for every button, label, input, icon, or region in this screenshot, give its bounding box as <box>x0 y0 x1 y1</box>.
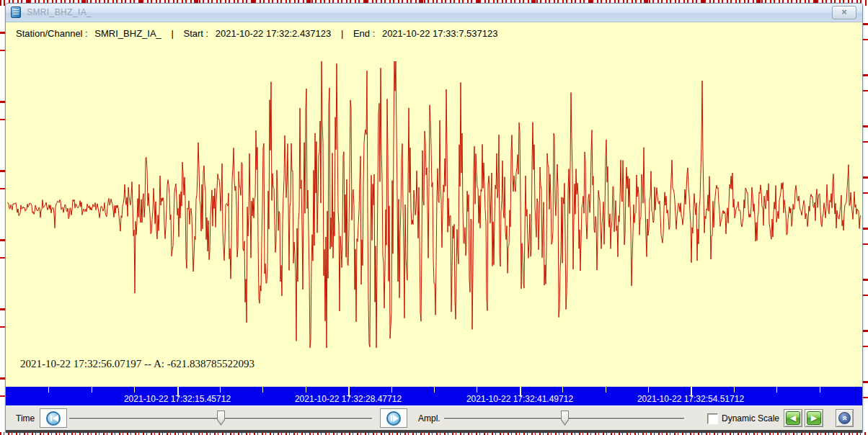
time-axis-label: 2021-10-22 17:32:41.49712 <box>466 394 573 404</box>
collapse-button[interactable]: « <box>836 409 854 427</box>
dynamic-scale-checkbox[interactable] <box>707 413 718 424</box>
time-axis-minor-tick <box>434 387 435 393</box>
page-left-button[interactable]: ◀ <box>784 409 802 427</box>
page-right-button[interactable]: ▶ <box>805 409 823 427</box>
station-channel-label: Station/Channel : <box>16 28 88 39</box>
time-axis-label: 2021-10-22 17:32:15.45712 <box>124 394 231 404</box>
seismogram-trace[interactable] <box>6 22 862 405</box>
ampl-slider-thumb[interactable] <box>561 411 569 426</box>
time-axis-minor-tick <box>391 387 392 393</box>
cursor-readout: 2021-10-22 17:32:56.07197 -- A: -621.838… <box>20 358 254 370</box>
title-bar[interactable]: SMRI_BHZ_IA_ × <box>6 4 862 22</box>
info-bar: Station/Channel : SMRI_BHZ_IA_ | Start :… <box>16 28 497 39</box>
close-button[interactable]: × <box>832 6 856 19</box>
time-axis-minor-tick <box>606 387 606 393</box>
divider: | <box>341 28 343 39</box>
plot-area[interactable]: Station/Channel : SMRI_BHZ_IA_ | Start :… <box>6 22 862 405</box>
step-back-icon <box>46 411 61 426</box>
end-label: End : <box>353 28 375 39</box>
time-axis-minor-tick <box>477 387 477 393</box>
time-axis-minor-tick <box>92 387 92 393</box>
time-axis-minor-tick <box>262 387 263 393</box>
time-step-back-button[interactable] <box>40 408 67 428</box>
time-axis-label: 2021-10-22 17:32:54.51712 <box>637 394 744 404</box>
close-icon: × <box>841 6 847 17</box>
time-axis-label: 2021-10-22 17:32:28.47712 <box>295 394 402 404</box>
window-title: SMRI_BHZ_IA_ <box>27 7 92 17</box>
document-lines-icon <box>11 6 21 18</box>
control-bar: Time Ampl. Dynamic Scale ◀ ▶ <box>6 405 862 430</box>
time-axis-minor-tick <box>306 387 306 393</box>
time-axis-minor-tick <box>48 387 49 393</box>
chevrons-up-icon: « <box>838 412 851 424</box>
time-slider-thumb[interactable] <box>217 411 225 426</box>
background-app-edge-right <box>862 6 868 435</box>
time-axis: 2021-10-22 17:32:15.457122021-10-22 17:3… <box>6 387 862 405</box>
end-value: 2021-10-22 17:33:7.537123 <box>382 28 497 39</box>
dynamic-scale-label: Dynamic Scale <box>722 413 779 423</box>
time-label: Time <box>16 413 35 423</box>
divider: | <box>171 28 173 39</box>
time-axis-minor-tick <box>648 387 649 393</box>
ampl-label: Ampl. <box>418 413 440 423</box>
arrow-left-icon: ◀ <box>786 411 800 425</box>
time-axis-minor-tick <box>776 387 777 393</box>
arrow-right-icon: ▶ <box>807 411 821 425</box>
waveform-path <box>7 61 861 348</box>
time-step-forward-button[interactable] <box>380 408 407 428</box>
time-slider[interactable] <box>69 406 372 431</box>
start-value: 2021-10-22 17:32:2.437123 <box>216 28 331 39</box>
station-channel-value: SMRI_BHZ_IA_ <box>94 28 161 39</box>
ampl-slider[interactable] <box>444 406 684 431</box>
time-axis-minor-tick <box>220 387 221 393</box>
step-forward-icon <box>386 411 401 426</box>
time-axis-minor-tick <box>820 387 820 393</box>
time-axis-minor-tick <box>134 387 135 393</box>
seismogram-window: SMRI_BHZ_IA_ × Station/Channel : SMRI_BH… <box>5 3 863 433</box>
time-axis-minor-tick <box>562 387 563 393</box>
start-label: Start : <box>183 28 208 39</box>
time-axis-minor-tick <box>734 387 735 393</box>
